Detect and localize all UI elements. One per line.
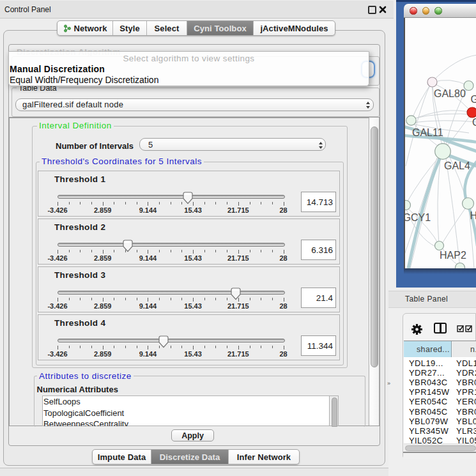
svg-text:GAL3: GAL3 — [471, 94, 476, 105]
svg-text:GCY1: GCY1 — [405, 212, 431, 223]
svg-text:HAP2: HAP2 — [440, 250, 466, 261]
svg-text:CDC25: CDC25 — [472, 117, 476, 128]
svg-text:HIS4: HIS4 — [470, 210, 476, 221]
svg-text:GAL80: GAL80 — [434, 88, 466, 99]
svg-text:GAL11: GAL11 — [412, 127, 443, 138]
svg-text:GAL4: GAL4 — [444, 160, 470, 171]
